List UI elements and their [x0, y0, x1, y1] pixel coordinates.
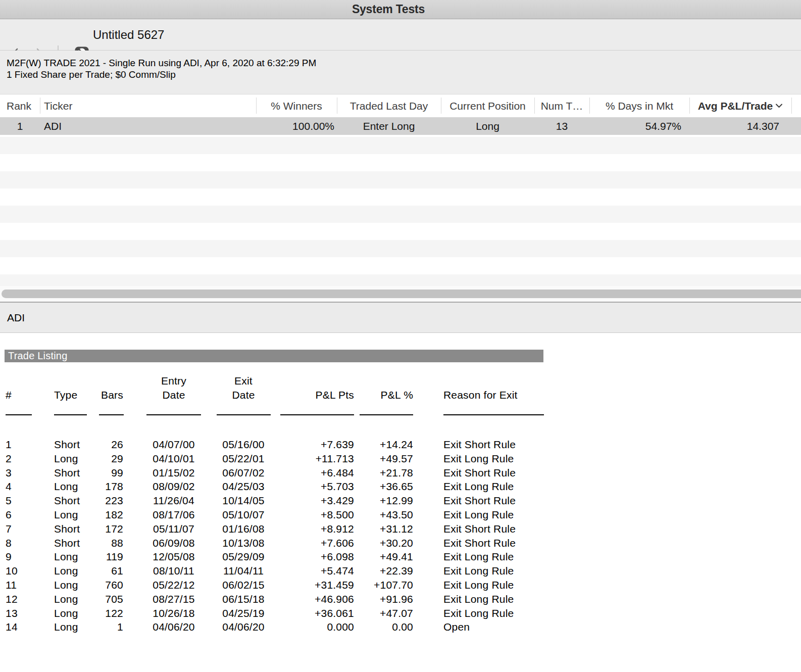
- trade-cell-num: 11: [6, 578, 31, 592]
- trade-cell-pl_pts: +3.429: [280, 494, 354, 508]
- trade-cell-bars: 29: [91, 452, 123, 466]
- trade-cell-pl_pts: +8.912: [280, 522, 354, 536]
- trade-cell-num: 8: [6, 536, 31, 550]
- trade-cell-type: Long: [54, 479, 89, 494]
- cell-pct-winners: 100.00%: [256, 117, 337, 135]
- trade-cell-type: Long: [54, 606, 89, 620]
- trade-row: 13Long12210/26/1804/25/19+36.061+47.07Ex…: [0, 606, 596, 620]
- horizontal-scrollbar[interactable]: [0, 286, 801, 302]
- column-header-current-position[interactable]: Current Position: [441, 94, 534, 117]
- trade-cell-reason: Exit Long Rule: [443, 508, 575, 522]
- trade-cell-exit: 01/16/08: [216, 522, 271, 536]
- trade-cell-exit: 05/22/01: [216, 452, 271, 466]
- trade-cell-pl_pct: +107.70: [360, 578, 413, 592]
- trade-cell-pl_pts: +36.061: [280, 606, 354, 620]
- header-bars: Bars: [91, 388, 123, 402]
- trade-cell-bars: 172: [91, 522, 123, 536]
- cell-current-position: Long: [441, 117, 534, 135]
- trade-row: 5Short22311/26/0410/14/05+3.429+12.99Exi…: [0, 494, 596, 508]
- cell-avg-pl-trade: 14.307: [689, 117, 791, 135]
- header-underline: [146, 414, 201, 415]
- header-num: #: [6, 388, 31, 402]
- trade-cell-type: Long: [54, 578, 89, 592]
- symbol-section-bar: ADI: [0, 303, 801, 333]
- cell-rank: 1: [0, 117, 40, 135]
- trade-cell-reason: Exit Long Rule: [443, 550, 575, 564]
- trade-cell-pl_pts: 0.000: [280, 620, 354, 634]
- trade-cell-entry: 05/22/12: [146, 578, 201, 592]
- trade-cell-num: 12: [6, 592, 31, 606]
- trade-cell-pl_pct: +31.12: [360, 522, 413, 536]
- trade-row: 3Short9901/15/0206/07/02+6.484+21.78Exit…: [0, 466, 596, 480]
- trade-row: 10Long6108/10/1111/04/11+5.474+22.39Exit…: [0, 564, 596, 578]
- header-divider: [589, 98, 590, 114]
- trade-cell-entry: 11/26/04: [146, 494, 201, 508]
- trade-cell-exit: 10/14/05: [216, 494, 271, 508]
- results-empty-rows: [0, 137, 801, 286]
- header-divider: [534, 98, 535, 114]
- trade-cell-reason: Exit Short Rule: [443, 438, 575, 452]
- trade-cell-entry: 06/09/08: [146, 536, 201, 550]
- trade-row: 11Long76005/22/1206/02/15+31.459+107.70E…: [0, 578, 596, 592]
- scrollbar-thumb[interactable]: [2, 290, 801, 298]
- trade-cell-type: Short: [54, 466, 89, 480]
- trade-cell-exit: 04/25/03: [216, 479, 271, 494]
- column-header-rank[interactable]: Rank: [0, 94, 40, 117]
- trade-cell-pl_pts: +46.906: [280, 592, 354, 606]
- toolbar: Untitled 5627: [0, 19, 801, 51]
- trade-cell-pl_pct: +43.50: [360, 508, 413, 522]
- trade-cell-entry: 04/06/20: [146, 620, 201, 634]
- column-header-traded-last-day[interactable]: Traded Last Day: [337, 94, 441, 117]
- symbol-label: ADI: [7, 303, 801, 332]
- trade-listing-header-line1: Entry Exit: [0, 374, 596, 388]
- cell-traded-last-day: Enter Long: [337, 117, 441, 135]
- trade-cell-entry: 04/07/00: [146, 438, 201, 452]
- header-underline: [443, 414, 544, 415]
- trade-cell-entry: 12/05/08: [146, 550, 201, 564]
- trade-cell-num: 3: [6, 466, 31, 480]
- trade-cell-reason: Exit Long Rule: [443, 578, 575, 592]
- trade-cell-reason: Exit Long Rule: [443, 592, 575, 606]
- column-header-pct-days-in-mkt[interactable]: % Days in Mkt: [589, 94, 689, 117]
- results-row-adi[interactable]: 1 ADI 100.00% Enter Long Long 13 54.97% …: [0, 117, 801, 135]
- column-header-ticker[interactable]: Ticker: [40, 94, 256, 117]
- results-table-header: Rank Ticker % Winners Traded Last Day Cu…: [0, 94, 801, 117]
- trade-row: 1Short2604/07/0005/16/00+7.639+14.24Exit…: [0, 438, 596, 452]
- trade-cell-bars: 178: [91, 479, 123, 494]
- titlebar: System Tests: [0, 0, 801, 19]
- trade-cell-bars: 182: [91, 508, 123, 522]
- trade-cell-num: 7: [6, 522, 31, 536]
- trade-cell-pl_pts: +7.606: [280, 536, 354, 550]
- trade-cell-pl_pct: +14.24: [360, 438, 413, 452]
- trade-cell-pl_pts: +5.703: [280, 479, 354, 494]
- trade-cell-entry: 10/26/18: [146, 606, 201, 620]
- trade-cell-type: Long: [54, 564, 89, 578]
- trade-cell-pl_pts: +8.500: [280, 508, 354, 522]
- trade-row: 8Short8806/09/0810/13/08+7.606+30.20Exit…: [0, 536, 596, 550]
- trade-cell-type: Long: [54, 452, 89, 466]
- trade-cell-bars: 26: [91, 438, 123, 452]
- trade-cell-pl_pct: 0.00: [360, 620, 413, 634]
- header-underline: [6, 414, 32, 415]
- trade-cell-reason: Exit Short Rule: [443, 494, 575, 508]
- trade-row: 14Long104/06/2004/06/200.0000.00Open: [0, 620, 596, 634]
- trade-cell-reason: Exit Short Rule: [443, 466, 575, 480]
- trade-cell-num: 9: [6, 550, 31, 564]
- trade-listing-header-bar: Trade Listing: [5, 350, 543, 362]
- header-divider: [791, 98, 792, 114]
- trade-cell-num: 5: [6, 494, 31, 508]
- column-header-num-trades[interactable]: Num T…: [534, 94, 589, 117]
- trade-row: 12Long70508/27/1506/15/18+46.906+91.96Ex…: [0, 592, 596, 606]
- trade-cell-num: 6: [6, 508, 31, 522]
- trade-cell-bars: 99: [91, 466, 123, 480]
- column-header-pct-winners[interactable]: % Winners: [256, 94, 337, 117]
- trade-cell-type: Long: [54, 592, 89, 606]
- header-divider: [40, 98, 40, 114]
- trade-row: 6Long18208/17/0605/10/07+8.500+43.50Exit…: [0, 508, 596, 522]
- trade-listing-title: Trade Listing: [8, 350, 543, 362]
- column-header-avg-pl-trade-label: Avg P&L/Trade: [698, 94, 773, 117]
- header-type: Type: [54, 388, 89, 402]
- trade-cell-reason: Exit Short Rule: [443, 536, 575, 550]
- column-header-avg-pl-trade[interactable]: Avg P&L/Trade: [689, 94, 791, 117]
- trade-cell-type: Long: [54, 508, 89, 522]
